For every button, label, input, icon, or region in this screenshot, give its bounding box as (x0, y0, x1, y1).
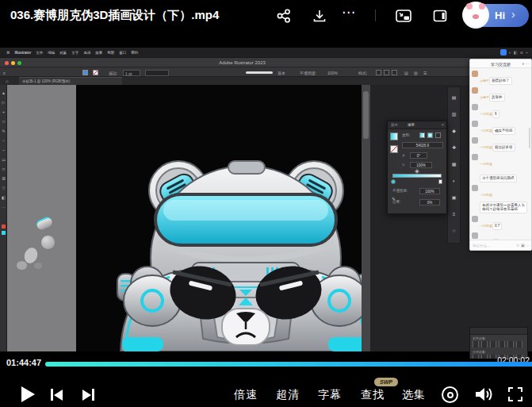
sketch-blob (34, 263, 42, 269)
linear-gradient-box (419, 132, 425, 138)
video-frame[interactable]: ⌘ Illustrator 文件 编辑 对象 文字 选择 效果 视图 窗口 帮助… (0, 48, 532, 359)
gradient-panel: 颜色 渐变 ≡ ✎ 类型: 54026.9 ∠ 0° ◇ 100% 不透明度: … (387, 121, 447, 214)
none-swatch (390, 145, 398, 153)
message-bubble: 老师这节课第一步需要人头像吗？好像没有见着哦 (480, 202, 527, 213)
location-value: 0% (419, 199, 440, 205)
radial-gradient-box (427, 132, 433, 138)
opacity-label: 不透明度: (300, 71, 316, 75)
greeting-label: Hi (495, 10, 505, 21)
more-icon[interactable]: ⋯ (342, 4, 356, 21)
picture-in-picture-icon[interactable] (395, 9, 412, 23)
menu-item: 视图 (107, 51, 114, 55)
menu-item: 文件 (36, 51, 43, 55)
record-circle-button[interactable] (442, 386, 458, 403)
subtitles-button[interactable]: 字幕 (318, 388, 342, 402)
menu-item: 效果 (95, 51, 102, 55)
canvas-scrollbar (362, 85, 370, 351)
opacity-value: 100% (327, 71, 338, 75)
tab-gradient: 渐变 (408, 123, 415, 127)
seek-bar[interactable] (45, 362, 532, 367)
message-bubble: 确实不错哦 (492, 127, 515, 135)
quality-button[interactable]: 超清 (276, 388, 300, 402)
chat-messages: 小柚子画得好帅了 小柚子厉害的 一口奶芙6 一口奶芙确实不错哦 一口奶芙粉丝好多… (470, 68, 531, 240)
chat-message: 小柚子画得好帅了 (472, 71, 530, 85)
menubar-status-icons: ◐◧≋⌁ (500, 49, 528, 56)
document-tabbar: ⌂ 未标题-1 @ 100% (RGB/预览) (0, 77, 532, 85)
user-account-pill[interactable]: Hi › (464, 4, 529, 27)
video-title: 036.赛博朋克伪3D插画设计（下）.mp4 (10, 8, 219, 23)
chat-message: 一口奶芙6 (472, 232, 530, 240)
chat-scrollbar (529, 128, 530, 148)
avatar (472, 185, 478, 191)
message-bubble: 画得好帅了 (489, 77, 512, 85)
gradient-value: 54026.9 (402, 142, 443, 148)
speed-button[interactable]: 倍速 (234, 388, 258, 402)
chat-input-icons: ☺ ▣ ⋯ (515, 243, 530, 248)
apple-menu: ⌘ (6, 51, 10, 55)
menu-item: 对象 (59, 51, 67, 55)
avatar (472, 87, 478, 94)
gradient-stop-left (391, 179, 396, 184)
distribute-objects-label: 分布对象: (473, 350, 486, 354)
angle-value: 0° (410, 152, 427, 159)
float-window-icon[interactable] (432, 9, 448, 23)
style-box (376, 70, 381, 75)
download-icon[interactable] (312, 9, 327, 23)
avatar (472, 137, 478, 144)
chat-message: 一口奶芙老师这节课第一步需要人头像吗？好像没有见着哦 (472, 185, 530, 213)
sender-name: 一口奶芙 (480, 145, 492, 149)
next-button[interactable] (82, 389, 94, 401)
swp-badge: SWP (374, 378, 398, 386)
message-bubble: 这个透明度没问题吧 (480, 175, 517, 182)
sketch-blob (17, 261, 27, 270)
sender-name: 小柚子 (480, 79, 489, 83)
basic-label: 基本 (277, 71, 285, 75)
avatar (472, 104, 478, 110)
stroke-color-swatch (2, 231, 6, 235)
style-label: 样式: (358, 71, 367, 75)
home-icon: ⌂ (6, 79, 9, 83)
type-label: 类型: (402, 133, 410, 137)
tool-icons: ▲ ▷ + □ ✎ ○ ~ ▭ ◇ ⊞ ▽ ◧ ⋯ (1, 88, 6, 212)
tools-panel: ▲ ▷ + □ ✎ ○ ~ ▭ ◇ ⊞ ▽ ◧ ⋯ (0, 85, 7, 351)
avatar (462, 2, 489, 29)
menu-item: 帮助 (131, 51, 138, 55)
fullscreen-button[interactable] (508, 387, 522, 401)
menu-item: 选择 (83, 51, 90, 55)
sketch-blob (35, 215, 54, 231)
aspect-value: 100% (410, 162, 432, 168)
message-bubble: 厉害的 (489, 94, 505, 102)
workspace: ▲ ▷ + □ ✎ ○ ~ ▭ ◇ ⊞ ▽ ◧ ⋯ (0, 85, 532, 351)
chat-input-bar: 说点什么… ☺ ▣ ⋯ (470, 240, 531, 250)
find-button[interactable]: 查找 (361, 388, 385, 402)
chat-window: 学习交流群 ∨ ⋯ 小柚子画得好帅了 小柚子厉害的 一口奶芙6 一口奶芙确实不错… (469, 59, 532, 251)
scrollbar-thumb (363, 91, 369, 139)
gradient-swatch (390, 132, 398, 140)
chat-message: 一口奶芙这个透明度没问题吧 (472, 154, 530, 182)
avatar (472, 232, 478, 239)
stroke-swatch (93, 70, 98, 75)
chat-input-placeholder: 说点什么… (473, 244, 491, 248)
menu-item: 编辑 (48, 51, 55, 55)
brush-field (145, 70, 169, 76)
style-box (384, 70, 389, 75)
episodes-button[interactable]: 选集 (402, 388, 426, 402)
stroke-preview (246, 71, 273, 74)
sender-name: 小柚子 (480, 95, 489, 99)
location-label: 位置: (392, 200, 400, 204)
share-icon[interactable] (276, 9, 292, 23)
previous-button[interactable] (51, 389, 63, 401)
chat-message: 一口奶芙确实不错哦 (472, 121, 530, 135)
menu-item: 窗口 (119, 51, 126, 55)
play-button[interactable] (21, 386, 35, 402)
macos-menubar: ⌘ Illustrator 文件 编辑 对象 文字 选择 效果 视图 窗口 帮助… (0, 48, 532, 57)
message-bubble: 粉丝好多呀 (492, 144, 515, 152)
pasteboard-left (7, 85, 76, 351)
avatar (472, 216, 478, 222)
avatar (472, 71, 478, 77)
stroke-label: 描边: (109, 71, 117, 75)
topbar-divider (375, 10, 376, 21)
artboard (76, 85, 362, 351)
volume-button[interactable] (475, 386, 494, 402)
chat-message: 小柚子厉害的 (472, 87, 530, 102)
